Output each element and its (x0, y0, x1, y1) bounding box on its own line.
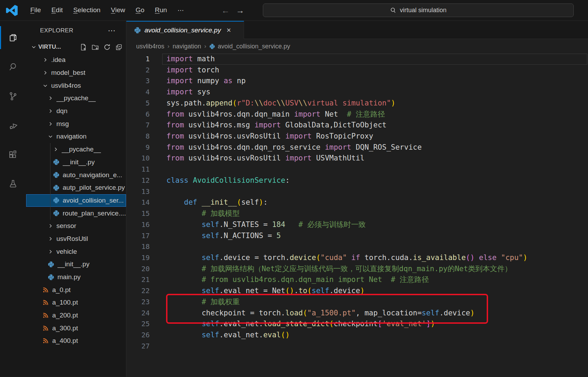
tree-item-a_300.pt[interactable]: a_300.pt (26, 322, 126, 335)
indent-guide (50, 143, 50, 156)
code-line[interactable]: 7from usvlib4ros.msg import GlobalData,D… (126, 120, 588, 131)
tree-item-usvlib4ros[interactable]: usvlib4ros (26, 79, 126, 92)
code-line[interactable]: 16 self.N_STATES = 184 # 必须与训练时一致 (126, 219, 588, 230)
code-line[interactable]: 12class AvoidCollisionService: (126, 175, 588, 186)
extensions-icon[interactable] (0, 140, 26, 169)
chevron-right-icon (48, 108, 53, 114)
explorer-more-actions-icon[interactable]: ⋯ (108, 26, 116, 35)
tree-item-label: a_200.pt (52, 312, 78, 319)
tree-item-autp_pilot_service.py[interactable]: autp_pilot_service.py (26, 181, 126, 194)
code-line[interactable]: 20 # 加载网络结构（Net定义应与训练代码一致，可以直接复制dqn_main… (126, 264, 588, 275)
code-line[interactable]: 14 def __init__(self): (126, 197, 588, 208)
tree-item-msg[interactable]: msg (26, 117, 126, 130)
line-number: 7 (126, 120, 150, 131)
menu-item-file[interactable]: File (25, 4, 46, 16)
line-number: 23 (126, 297, 150, 308)
testing-icon[interactable] (0, 169, 26, 198)
tree-item-navigation[interactable]: navigation (26, 130, 126, 143)
code-line[interactable]: 23 # 加载权重 (126, 297, 588, 308)
feed-file-icon (42, 287, 49, 293)
tree-item-label: __pycache__ (62, 146, 101, 153)
code-line[interactable]: 24 checkpoint = torch.load("a_1500.pt", … (126, 308, 588, 319)
navigate-forward-button[interactable]: → (236, 6, 244, 15)
code-line[interactable]: 22 self.eval_net = Net().to(self.device) (126, 285, 588, 297)
menu-item-selection[interactable]: Selection (68, 4, 105, 16)
code-line-content: import numpy as np (150, 76, 588, 87)
tree-item-label: usvRosUtil (56, 235, 88, 243)
activity-bar (0, 21, 26, 377)
code-line[interactable]: 15 # 加载模型 (126, 208, 588, 219)
tree-item-sensor[interactable]: sensor (26, 220, 126, 233)
tree-item-a_0.pt[interactable]: a_0.pt (26, 283, 126, 296)
search-sidebar-icon[interactable] (0, 52, 26, 81)
tree-item-main.py[interactable]: main.py (26, 271, 126, 284)
menu-item-view[interactable]: View (106, 4, 131, 16)
code-line[interactable]: 1import math (126, 54, 588, 65)
menu-bar: FileEditSelectionViewGoRun⋯ (25, 4, 189, 16)
menu-item-run[interactable]: Run (150, 4, 172, 16)
workspace-folder-title[interactable]: VIRTU... (38, 44, 61, 50)
menu-item-edit[interactable]: Edit (46, 4, 68, 16)
code-line[interactable]: 26 self.eval_net.eval() (126, 330, 588, 341)
code-line[interactable]: 17 self.N_ACTIONS = 5 (126, 230, 588, 242)
navigate-back-button[interactable]: ← (221, 6, 230, 15)
line-number: 18 (126, 241, 150, 252)
tree-item-__pycache__[interactable]: __pycache__ (26, 143, 126, 156)
menu-item-go[interactable]: Go (130, 4, 149, 16)
new-folder-icon[interactable] (92, 44, 99, 51)
tree-item-a_200.pt[interactable]: a_200.pt (26, 309, 126, 322)
line-number: 10 (126, 153, 150, 164)
code-line[interactable]: 27 (126, 341, 588, 352)
code-line[interactable]: 8from usvlib4ros.usvRosUtil import RosTo… (126, 131, 588, 142)
source-control-icon[interactable] (0, 81, 26, 111)
collapse-folders-icon[interactable] (115, 44, 123, 51)
code-line[interactable]: 11 (126, 164, 588, 175)
code-line[interactable]: 25 self.eval_net.load_state_dict(checkpo… (126, 319, 588, 330)
code-line[interactable]: 5sys.path.append(r"D:\\doc\\USV\\virtual… (126, 98, 588, 109)
tree-item-__init__.py[interactable]: __init__.py (26, 258, 126, 271)
refresh-icon[interactable] (103, 44, 111, 51)
tree-item-route_plan_service....[interactable]: route_plan_service.... (26, 207, 126, 220)
code-line[interactable]: 10from usvlib4ros.usvRosUtil import USVM… (126, 153, 588, 164)
tree-item-auto_navigation_e...[interactable]: auto_navigation_e... (26, 168, 126, 181)
chevron-down-icon (42, 83, 48, 88)
chevron-down-icon[interactable] (31, 44, 37, 50)
breadcrumb-item[interactable]: avoid_collision_service.py (209, 43, 290, 50)
code-line[interactable]: 9from usvlib4ros.dqn.dqn_ros_service imp… (126, 142, 588, 153)
breadcrumb-item[interactable]: navigation (173, 43, 201, 50)
run-and-debug-icon[interactable] (0, 111, 26, 140)
tree-item-.idea[interactable]: .idea (26, 54, 126, 66)
code-line[interactable]: 21 # from usvlib4ros.dqn.dqn_main import… (126, 274, 588, 285)
code-line-content: # 加载权重 (150, 297, 588, 308)
tree-item-avoid_collision_ser...[interactable]: avoid_collision_ser... (26, 194, 126, 207)
code-line[interactable]: 3import numpy as np (126, 76, 588, 87)
code-line[interactable]: 13 (126, 186, 588, 197)
code-line[interactable]: 2import torch (126, 65, 588, 76)
tab-avoid-collision-service[interactable]: avoid_collision_service.py × (126, 21, 244, 39)
chevron-right-icon (48, 223, 53, 229)
tree-item-a_100.pt[interactable]: a_100.pt (26, 296, 126, 309)
code-line[interactable]: 18 (126, 241, 588, 252)
menu-more-icon[interactable]: ⋯ (172, 4, 189, 16)
tree-item-dqn[interactable]: dqn (26, 105, 126, 118)
tree-item-a_400.pt[interactable]: a_400.pt (26, 335, 126, 347)
command-center-search[interactable]: virtual simulation (263, 3, 574, 17)
line-number: 4 (126, 87, 150, 98)
python-file-icon (48, 261, 54, 268)
close-icon[interactable]: × (227, 26, 231, 34)
new-file-icon[interactable] (80, 44, 87, 51)
code-line[interactable]: 6from usvlib4ros.dqn.dqn_main import Net… (126, 109, 588, 120)
line-number: 26 (126, 330, 150, 341)
explorer-icon[interactable] (0, 23, 26, 52)
tree-item-vehicle[interactable]: vehicle (26, 245, 126, 258)
editor-group: avoid_collision_service.py × usvlib4ros … (126, 21, 588, 377)
line-number: 2 (126, 65, 150, 76)
tab-label: avoid_collision_service.py (144, 26, 221, 34)
code-line[interactable]: 4import sys (126, 87, 588, 98)
tree-item-usvRosUtil[interactable]: usvRosUtil (26, 233, 126, 245)
tree-item-model_best[interactable]: model_best (26, 66, 126, 79)
breadcrumb-item[interactable]: usvlib4ros (136, 43, 164, 50)
code-line[interactable]: 19 self.device = torch.device("cuda" if … (126, 252, 588, 264)
tree-item-__pycache__[interactable]: __pycache__ (26, 92, 126, 105)
tree-item-__init__.py[interactable]: __init__.py (26, 156, 126, 169)
